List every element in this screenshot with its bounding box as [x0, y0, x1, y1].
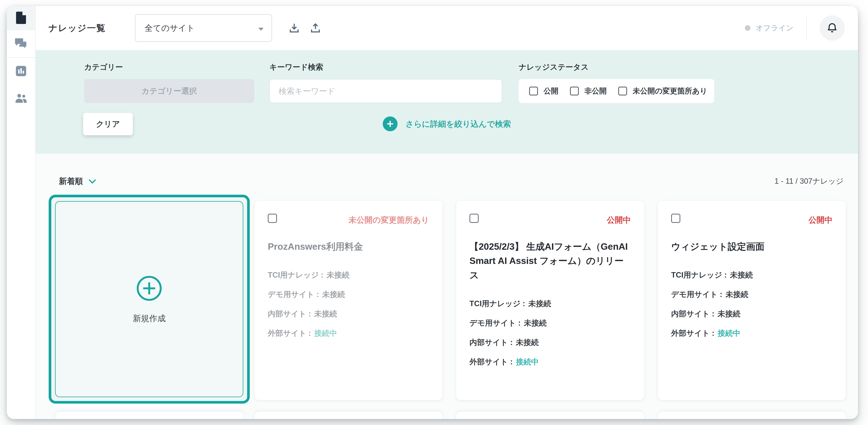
knowledge-card-partial[interactable] — [254, 412, 442, 419]
row-label: TCI用ナレッジ : — [469, 298, 525, 309]
advanced-search-link[interactable]: さらに詳細を絞り込んで検索 — [36, 117, 858, 131]
checkbox-unpublished-changes[interactable] — [618, 87, 627, 95]
row-value: 未接続 — [528, 298, 551, 309]
keyword-search-input[interactable] — [269, 79, 502, 103]
new-card-label: 新規作成 — [133, 313, 166, 324]
checkbox-unpublished-changes-label: 未公開の変更箇所あり — [633, 86, 707, 96]
card-checkbox[interactable] — [268, 214, 277, 223]
row-label: TCI用ナレッジ : — [671, 270, 727, 280]
sort-label: 新着順 — [59, 176, 83, 187]
sidebar-item-analytics[interactable] — [7, 58, 35, 85]
card-status-badge: 公開中 — [607, 215, 631, 226]
download-button[interactable] — [288, 22, 300, 34]
row-label: 内部サイト : — [469, 337, 513, 348]
header: ナレッジ一覧 全てのサイト — [36, 6, 858, 50]
row-value: 未接続 — [516, 337, 539, 348]
category-label: カテゴリー — [84, 62, 254, 72]
bar-chart-icon — [16, 65, 27, 77]
row-label: TCI用ナレッジ : — [268, 270, 323, 280]
bell-icon — [826, 22, 838, 34]
row-label: 外部サイト : — [469, 357, 513, 367]
card-title: 【2025/2/3】 生成AIフォーム（GenAI Smart AI Assis… — [469, 239, 631, 282]
checkbox-private[interactable] — [570, 87, 579, 95]
sidebar — [7, 6, 36, 419]
sidebar-item-documents[interactable] — [7, 6, 35, 30]
chevron-down-icon — [258, 24, 264, 33]
category-select-button[interactable]: カテゴリー選択 — [84, 79, 254, 103]
knowledge-card[interactable]: 未公開の変更箇所あり ProzAnswers利用料金 TCI用ナレッジ :未接続… — [254, 201, 442, 400]
status-option-public[interactable]: 公開 — [529, 86, 558, 96]
knowledge-card[interactable]: 公開中 【2025/2/3】 生成AIフォーム（GenAI Smart AI A… — [456, 201, 644, 400]
knowledge-card-partial[interactable] — [658, 412, 846, 419]
sidebar-item-users[interactable] — [7, 85, 35, 112]
users-icon — [15, 93, 27, 104]
offline-dot-icon — [745, 25, 750, 31]
row-value: 未接続 — [322, 289, 345, 299]
row-value: 未接続 — [327, 270, 349, 280]
card-status-badge: 公開中 — [808, 215, 833, 226]
checkbox-public[interactable] — [529, 87, 538, 95]
list-toolbar: 新着順 1 - 11 / 307ナレッジ — [59, 176, 843, 187]
app-window: ナレッジ一覧 全てのサイト — [7, 6, 858, 419]
filter-panel: カテゴリー カテゴリー選択 キーワード検索 ナレッジステータス 公開 非公開 — [36, 50, 858, 154]
offline-status: オフライン — [745, 23, 794, 33]
card-checkbox[interactable] — [469, 214, 479, 223]
new-knowledge-card[interactable]: 新規作成 — [55, 201, 243, 397]
page-title: ナレッジ一覧 — [49, 22, 106, 34]
row-label: デモ用サイト : — [469, 318, 521, 328]
checkbox-public-label: 公開 — [544, 86, 558, 96]
row-value: 未接続 — [725, 289, 748, 299]
upload-button[interactable] — [310, 22, 321, 34]
row-value-connected: 接続中 — [516, 357, 539, 367]
card-status-badge: 未公開の変更箇所あり — [348, 215, 429, 226]
card-connection-rows: TCI用ナレッジ :未接続 デモ用サイト :未接続 内部サイト :未接続 外部サ… — [469, 294, 631, 371]
knowledge-card[interactable]: 公開中 ウィジェット設定画面 TCI用ナレッジ :未接続 デモ用サイト :未接続… — [658, 201, 846, 400]
status-checkbox-group: 公開 非公開 未公開の変更箇所あり — [519, 79, 714, 103]
notifications-button[interactable] — [819, 15, 845, 41]
header-divider — [806, 15, 807, 41]
checkbox-private-label: 非公開 — [584, 86, 607, 96]
knowledge-card-partial[interactable] — [56, 412, 243, 419]
result-count: 1 - 11 / 307ナレッジ — [774, 176, 843, 186]
row-value: 未接続 — [730, 270, 753, 280]
status-label: ナレッジステータス — [519, 62, 714, 72]
row-value: 未接続 — [314, 309, 337, 319]
keyword-label: キーワード検索 — [269, 62, 502, 72]
knowledge-list: 新着順 1 - 11 / 307ナレッジ — [36, 154, 858, 419]
plus-circle-icon — [383, 117, 398, 131]
site-filter-select[interactable]: 全てのサイト — [135, 14, 272, 42]
sort-dropdown[interactable]: 新着順 — [59, 176, 96, 187]
status-filter-group: ナレッジステータス 公開 非公開 未公開の変更箇所あり — [519, 62, 714, 103]
new-knowledge-highlight-ring: 新規作成 — [49, 195, 250, 403]
chat-icon — [15, 38, 27, 50]
card-connection-rows: TCI用ナレッジ :未接続 デモ用サイト :未接続 内部サイト :未接続 外部サ… — [268, 265, 429, 343]
card-title: ウィジェット設定画面 — [671, 239, 833, 254]
plus-circle-outline-icon — [135, 274, 163, 303]
row-label: 外部サイト : — [671, 328, 714, 338]
site-filter-value: 全てのサイト — [145, 23, 195, 34]
offline-label: オフライン — [756, 23, 794, 33]
category-filter-group: カテゴリー カテゴリー選択 — [84, 62, 254, 103]
keyword-filter-group: キーワード検索 — [269, 62, 502, 103]
row-label: 内部サイト : — [268, 309, 311, 319]
upload-icon — [310, 22, 321, 34]
status-option-unpublished-changes[interactable]: 未公開の変更箇所あり — [618, 86, 707, 96]
row-label: デモ用サイト : — [268, 289, 319, 299]
card-connection-rows: TCI用ナレッジ :未接続 デモ用サイト :未接続 内部サイト :未接続 外部サ… — [671, 265, 833, 343]
document-icon — [16, 11, 26, 25]
row-value: 未接続 — [524, 318, 547, 328]
row-value-connected: 接続中 — [314, 328, 337, 338]
download-icon — [288, 22, 300, 34]
card-checkbox[interactable] — [671, 214, 680, 223]
card-title: ProzAnswers利用料金 — [268, 239, 429, 254]
row-value-connected: 接続中 — [718, 328, 740, 338]
row-label: 内部サイト : — [671, 309, 714, 319]
row-value: 未接続 — [718, 309, 740, 319]
row-label: 外部サイト : — [268, 328, 311, 338]
sidebar-item-chat[interactable] — [7, 30, 35, 58]
knowledge-card-partial[interactable] — [456, 412, 644, 419]
status-option-private[interactable]: 非公開 — [570, 86, 607, 96]
main-area: ナレッジ一覧 全てのサイト — [36, 6, 858, 419]
chevron-down-icon — [89, 177, 96, 186]
advanced-search-label: さらに詳細を絞り込んで検索 — [406, 119, 511, 129]
